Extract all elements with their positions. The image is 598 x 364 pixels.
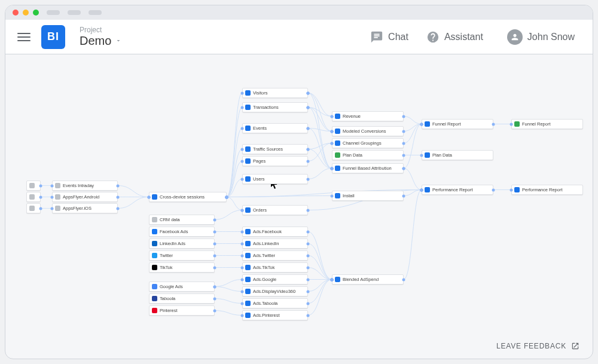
connection-port[interactable] (492, 123, 495, 126)
node-evt[interactable]: Events (242, 123, 308, 133)
connection-port[interactable] (420, 154, 423, 157)
node-afb[interactable]: Ads.Facebook (242, 227, 308, 237)
node-tra[interactable]: Transactions (242, 102, 308, 112)
close-window-icon[interactable] (13, 10, 19, 16)
connection-port[interactable] (213, 254, 216, 257)
connection-port[interactable] (307, 148, 310, 151)
connection-port[interactable] (510, 123, 513, 126)
pipeline-canvas[interactable]: LEAVE FEEDBACK Events IntradayAppsFlyer.… (5, 54, 593, 359)
connection-port[interactable] (213, 297, 216, 300)
connection-port[interactable] (241, 127, 244, 130)
node-ago[interactable]: Ads.Google (242, 274, 308, 285)
node-mc[interactable]: Modeled Conversions (332, 126, 404, 136)
connection-port[interactable] (307, 160, 310, 163)
connection-port[interactable] (307, 127, 310, 130)
connection-port[interactable] (307, 278, 310, 281)
maximize-window-icon[interactable] (33, 10, 39, 16)
connection-port[interactable] (331, 130, 334, 133)
connection-port[interactable] (331, 194, 334, 197)
connection-port[interactable] (241, 254, 244, 257)
node-fb[interactable]: Facebook Ads (149, 227, 215, 237)
node-att[interactable]: Ads.TikTok (242, 262, 308, 273)
connection-port[interactable] (241, 290, 244, 293)
connection-port[interactable] (241, 314, 244, 317)
connection-port[interactable] (241, 91, 244, 94)
connection-port[interactable] (402, 194, 405, 197)
leave-feedback-button[interactable]: LEAVE FEEDBACK (496, 342, 579, 350)
node-fr2[interactable]: Funnel Report (511, 119, 583, 129)
connection-port[interactable] (402, 154, 405, 157)
node-pn[interactable]: Pinterest (149, 305, 215, 316)
node-ali[interactable]: Ads.LinkedIn (242, 238, 308, 249)
connection-port[interactable] (307, 178, 310, 181)
node-vis[interactable]: Visitors (242, 88, 308, 98)
connection-port[interactable] (402, 278, 405, 281)
connection-port[interactable] (331, 278, 334, 281)
connection-port[interactable] (241, 178, 244, 181)
connection-port[interactable] (492, 188, 495, 191)
connection-port[interactable] (420, 188, 423, 191)
connection-port[interactable] (241, 242, 244, 245)
connection-port[interactable] (402, 115, 405, 118)
connection-port[interactable] (213, 230, 216, 233)
minimize-window-icon[interactable] (23, 10, 29, 16)
connection-port[interactable] (241, 209, 244, 212)
connection-port[interactable] (307, 314, 310, 317)
chat-button[interactable]: Chat (364, 30, 414, 44)
connection-port[interactable] (307, 91, 310, 94)
node-ts[interactable]: Traffic Sources (242, 144, 308, 154)
connection-port[interactable] (51, 184, 54, 187)
node-li[interactable]: LinkedIn Ads (149, 238, 215, 249)
node-ei[interactable]: Events Intraday (52, 181, 118, 191)
node-afi[interactable]: AppsFlyer.iOS (52, 203, 118, 213)
connection-port[interactable] (241, 148, 244, 151)
node-fba[interactable]: Funnel Based Attribution (332, 163, 404, 173)
connection-port[interactable] (39, 195, 42, 198)
connection-port[interactable] (213, 266, 216, 269)
node-afa[interactable]: AppsFlyer.Android (52, 192, 118, 202)
node-c0a[interactable] (26, 181, 41, 191)
node-pd[interactable]: Plan Data (332, 150, 404, 160)
node-ord[interactable]: Orders (242, 205, 308, 215)
node-atb[interactable]: Ads.Taboola (242, 298, 308, 308)
node-atw[interactable]: Ads.Twitter (242, 250, 308, 261)
connection-port[interactable] (420, 123, 423, 126)
connection-port[interactable] (307, 242, 310, 245)
connection-port[interactable] (307, 230, 310, 233)
node-adv[interactable]: Ads.DisplayVideo360 (242, 286, 308, 296)
node-tb[interactable]: Taboola (149, 293, 215, 304)
connection-port[interactable] (307, 290, 310, 293)
connection-port[interactable] (241, 160, 244, 163)
project-switcher[interactable]: Project Demo (80, 26, 122, 47)
node-rev[interactable]: Revenue (332, 111, 404, 121)
connection-port[interactable] (241, 266, 244, 269)
node-fr[interactable]: Funnel Report (422, 119, 493, 129)
connection-port[interactable] (213, 309, 216, 312)
connection-port[interactable] (39, 184, 42, 187)
connection-port[interactable] (307, 106, 310, 109)
node-c0b[interactable] (26, 192, 41, 202)
hamburger-menu-icon[interactable] (17, 30, 30, 44)
connection-port[interactable] (39, 207, 42, 210)
connection-port[interactable] (117, 195, 120, 198)
user-menu[interactable]: John Snow (501, 29, 581, 45)
connection-port[interactable] (225, 195, 228, 198)
connection-port[interactable] (213, 218, 216, 221)
connection-port[interactable] (331, 142, 334, 145)
node-cg[interactable]: Channel Groupings (332, 138, 404, 148)
node-usr[interactable]: Users (242, 174, 308, 184)
app-logo[interactable]: BI (41, 25, 65, 49)
node-ins[interactable]: Install (332, 191, 404, 201)
node-ga[interactable]: Google Ads (149, 282, 215, 292)
connection-port[interactable] (148, 195, 151, 198)
connection-port[interactable] (117, 184, 120, 187)
connection-port[interactable] (331, 115, 334, 118)
connection-port[interactable] (402, 167, 405, 170)
connection-port[interactable] (307, 302, 310, 305)
connection-port[interactable] (213, 242, 216, 245)
node-bas[interactable]: Blended AdSpend (332, 274, 404, 285)
node-xds[interactable]: Cross-device sessions (149, 192, 227, 202)
connection-port[interactable] (307, 266, 310, 269)
connection-port[interactable] (307, 209, 310, 212)
connection-port[interactable] (510, 188, 513, 191)
